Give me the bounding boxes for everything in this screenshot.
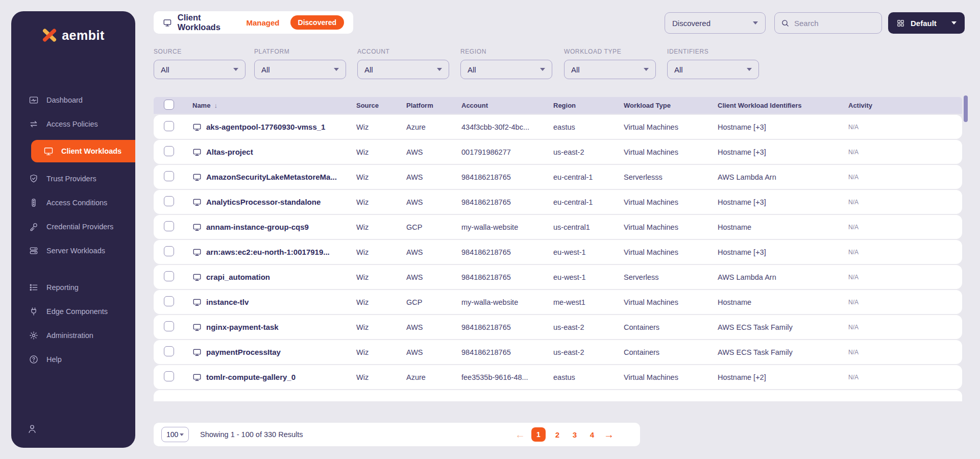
workload-name-cell[interactable]: tomlr-compute-gallery_0 [184, 373, 348, 382]
table-row[interactable]: aks-agentpool-17760930-vmss_1 Wiz Azure … [154, 115, 962, 139]
filter-account-select[interactable]: All [357, 60, 449, 79]
workload-name-cell[interactable]: annam-instance-group-cqs9 [184, 223, 348, 232]
row-checkbox[interactable] [164, 296, 174, 306]
filter-identifiers-select[interactable]: All [667, 60, 759, 79]
workload-name-cell[interactable]: nginx-payment-task [184, 323, 348, 332]
column-header-source[interactable]: Source [348, 102, 398, 109]
identifiers-cell: AWS Lambda Arn [709, 273, 840, 281]
select-all-checkbox[interactable] [164, 100, 174, 110]
source-cell: Wiz [348, 273, 398, 281]
row-checkbox[interactable] [164, 171, 174, 181]
arrow-right-icon[interactable]: → [604, 429, 614, 440]
filter-region-select[interactable]: All [460, 60, 552, 79]
vertical-scrollbar[interactable] [964, 95, 968, 122]
row-checkbox[interactable] [164, 271, 174, 281]
filter-workload-type-select[interactable]: All [564, 60, 656, 79]
platform-cell: Azure [398, 123, 453, 131]
row-checkbox[interactable] [164, 196, 174, 206]
search-input[interactable] [794, 19, 861, 28]
layout-default-button[interactable]: Default [888, 12, 965, 34]
page-button-3[interactable]: 3 [569, 430, 580, 439]
edge-components-icon [29, 306, 39, 317]
monitor-icon [192, 198, 202, 207]
arrow-left-icon[interactable]: ← [515, 429, 525, 440]
column-header-workload-type[interactable]: Workload Type [616, 102, 709, 109]
row-checkbox[interactable] [164, 371, 174, 381]
row-checkbox[interactable] [164, 346, 174, 356]
activity-cell: N/A [840, 124, 962, 131]
table-row[interactable]: AmazonSecurityLakeMetastoreMa... Wiz AWS… [154, 165, 962, 189]
column-header-name[interactable]: Name↓ [184, 102, 348, 109]
workload-name-cell[interactable]: instance-tlv [184, 298, 348, 307]
sidebar-item-help[interactable]: Help [11, 347, 135, 371]
user-menu[interactable] [27, 423, 38, 437]
table-body: aks-agentpool-17760930-vmss_1 Wiz Azure … [154, 115, 962, 389]
column-header-account[interactable]: Account [453, 102, 545, 109]
filter-label: IDENTIFIERS [667, 48, 759, 55]
table-row[interactable]: instance-tlv Wiz GCP my-walla-website me… [154, 290, 962, 314]
source-cell: Wiz [348, 298, 398, 306]
monitor-icon [192, 323, 202, 332]
workload-name-cell[interactable]: aks-agentpool-17760930-vmss_1 [184, 123, 348, 132]
platform-cell: AWS [398, 173, 453, 181]
page-size-select[interactable]: 100 [161, 427, 189, 442]
table-row[interactable]: crapi_automation Wiz AWS 984186218765 eu… [154, 265, 962, 289]
tab-discovered[interactable]: Discovered [290, 15, 344, 30]
view-select[interactable]: Discovered [665, 12, 766, 34]
page-button-2[interactable]: 2 [552, 430, 563, 439]
table-row[interactable]: AnalyticsProcessor-standalone Wiz AWS 98… [154, 190, 962, 214]
page-button-1[interactable]: 1 [531, 427, 546, 442]
table-row[interactable]: nginx-payment-task Wiz AWS 984186218765 … [154, 315, 962, 339]
workload-name-cell[interactable]: arn:aws:ec2:eu-north-1:0017919... [184, 248, 348, 257]
workload-name-cell[interactable]: AnalyticsProcessor-standalone [184, 198, 348, 207]
sidebar-item-access-conditions[interactable]: Access Conditions [11, 190, 135, 214]
monitor-icon [192, 298, 202, 307]
caret-down-icon [753, 21, 758, 25]
table-row[interactable]: Altas-project Wiz AWS 001791986277 us-ea… [154, 140, 962, 164]
filter-workload-type: WORKLOAD TYPE All [564, 48, 656, 79]
page-button-4[interactable]: 4 [586, 430, 598, 439]
administration-icon [29, 330, 39, 341]
monitor-icon [163, 17, 172, 28]
source-cell: Wiz [348, 248, 398, 256]
sidebar-item-dashboard[interactable]: Dashboard [11, 88, 135, 112]
workload-name-cell[interactable]: Altas-project [184, 148, 348, 157]
column-header-region[interactable]: Region [545, 102, 616, 109]
page-header-card: Client Workloads Managed Discovered [154, 11, 353, 34]
row-checkbox[interactable] [164, 121, 174, 131]
monitor-icon [192, 248, 202, 257]
sidebar-item-edge-components[interactable]: Edge Components [11, 299, 135, 323]
row-checkbox[interactable] [164, 146, 174, 156]
account-cell: 434f3cbb-30f2-4bc... [453, 123, 545, 131]
table-row[interactable]: annam-instance-group-cqs9 Wiz GCP my-wal… [154, 215, 962, 239]
sidebar-item-trust-providers[interactable]: Trust Providers [11, 166, 135, 190]
column-header-identifiers[interactable]: Client Workload Identifiers [709, 102, 840, 109]
filter-source-select[interactable]: All [154, 60, 246, 79]
workload-name-cell[interactable]: AmazonSecurityLakeMetastoreMa... [184, 173, 348, 182]
filter-platform-select[interactable]: All [254, 60, 346, 79]
workload-name-cell[interactable]: crapi_automation [184, 273, 348, 282]
column-header-platform[interactable]: Platform [398, 102, 453, 109]
activity-cell: N/A [840, 149, 962, 156]
sidebar-item-client-workloads[interactable]: Client Workloads [31, 140, 135, 162]
monitor-icon [192, 173, 202, 182]
row-checkbox[interactable] [164, 246, 174, 256]
tab-managed[interactable]: Managed [247, 18, 280, 27]
source-cell: Wiz [348, 223, 398, 231]
sidebar-item-administration[interactable]: Administration [11, 323, 135, 347]
row-checkbox[interactable] [164, 221, 174, 231]
sidebar-item-reporting[interactable]: Reporting [11, 275, 135, 299]
column-header-activity[interactable]: Activity [840, 102, 962, 109]
workload-type-cell: Virtual Machines [616, 148, 709, 156]
table-row[interactable]: arn:aws:ec2:eu-north-1:0017919... Wiz AW… [154, 240, 962, 264]
sidebar-item-server-workloads[interactable]: Server Workloads [11, 238, 135, 262]
account-cell: 984186218765 [453, 323, 545, 331]
activity-cell: N/A [840, 224, 962, 231]
row-checkbox[interactable] [164, 321, 174, 331]
workload-name-cell[interactable]: paymentProcessItay [184, 348, 348, 357]
sidebar-item-credential-providers[interactable]: Credential Providers [11, 214, 135, 238]
table-row[interactable]: paymentProcessItay Wiz AWS 984186218765 … [154, 340, 962, 364]
sidebar-item-access-policies[interactable]: Access Policies [11, 112, 135, 136]
platform-cell: AWS [398, 148, 453, 156]
table-row[interactable]: tomlr-compute-gallery_0 Wiz Azure fee353… [154, 365, 962, 389]
